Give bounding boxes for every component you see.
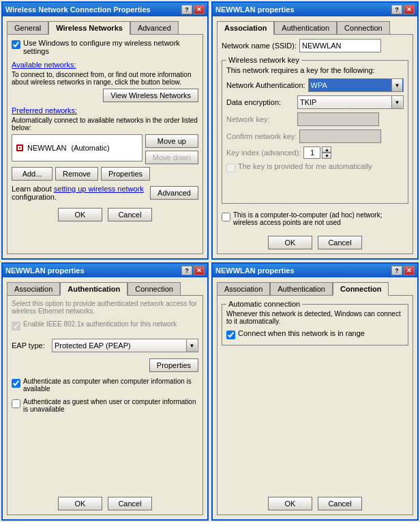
tab-assoc-auth[interactable]: Association	[7, 282, 60, 296]
group-title: Wireless network key	[226, 56, 301, 64]
tab-assoc-conn[interactable]: Association	[217, 282, 270, 296]
tab-auth-active[interactable]: Authentication	[60, 282, 127, 296]
remove-btn[interactable]: Remove	[55, 167, 98, 181]
ok-btn-conn[interactable]: OK	[268, 497, 312, 510]
help-btn-assoc[interactable]: ?	[391, 5, 402, 14]
help-btn-conn[interactable]: ?	[391, 266, 402, 275]
enc-select-wrap: TKIP ▼	[297, 95, 404, 109]
auth-computer-row: Authenticate as computer when computer i…	[12, 378, 198, 393]
tab-content-conn: Automatic connection Whenever this netwo…	[217, 295, 413, 515]
adhoc-label: This is a computer-to-computer (ad hoc) …	[233, 211, 408, 226]
ok-btn-net[interactable]: OK	[58, 208, 102, 221]
index-label: Key index (advanced):	[226, 149, 301, 157]
titlebar-assoc: NEWWLAN properties ? ✕	[213, 3, 417, 16]
index-row: Key index (advanced): ▲ ▼	[226, 147, 404, 159]
tab-bar-conn: Association Authentication Connection	[217, 281, 413, 295]
help-btn-auth[interactable]: ?	[181, 266, 192, 275]
key-input	[297, 112, 379, 126]
title-conn: NEWWLAN properties	[215, 266, 295, 275]
learn-link[interactable]: setting up wireless network	[54, 185, 144, 193]
preferred-section-label: Preferred networks:	[12, 106, 198, 114]
titlebar-conn: NEWWLAN properties ? ✕	[213, 264, 417, 277]
enc-select[interactable]: TKIP	[297, 95, 404, 109]
bottom-btns-conn: OK Cancel	[222, 494, 408, 510]
use-windows-row: Use Windows to configure my wireless net…	[12, 39, 198, 55]
eap-select-wrap: Protected EAP (PEAP) ▼	[52, 339, 198, 352]
auto-key-label: The key is provided for me automatically	[238, 162, 372, 170]
help-button[interactable]: ?	[181, 5, 192, 14]
connect-range-checkbox[interactable]	[226, 331, 235, 339]
tab-auth-conn[interactable]: Authentication	[270, 282, 333, 296]
wep-group: Wireless network key This network requir…	[222, 60, 408, 204]
eap-select[interactable]: Protected EAP (PEAP)	[52, 339, 198, 352]
tab-advanced[interactable]: Advanced	[130, 21, 179, 35]
bottom-btns-auth: OK Cancel	[12, 494, 198, 510]
index-spinner: ▲ ▼	[303, 147, 331, 159]
move-up-btn[interactable]: Move up	[145, 134, 198, 148]
auth-select-wrap: WPA ▼	[308, 78, 404, 92]
confirm-label: Confirm network key:	[226, 132, 297, 140]
win-content: General Wireless Networks Advanced Use W…	[3, 16, 207, 258]
enc-row: Data encryption: TKIP ▼	[226, 95, 404, 109]
add-btn[interactable]: Add...	[12, 167, 52, 181]
eap-properties-btn[interactable]: Properties	[149, 358, 198, 372]
available-desc: To connect to, disconnect from, or find …	[12, 71, 198, 86]
cancel-btn-auth[interactable]: Cancel	[108, 497, 152, 510]
title-network: Wireless Network Connection Properties	[5, 5, 151, 14]
auto-group-content: Whenever this network is detected, Windo…	[226, 310, 404, 339]
view-wireless-btn[interactable]: View Wireless Networks	[103, 89, 198, 102]
titlebar-btns: ? ✕	[181, 5, 205, 14]
close-btn-assoc[interactable]: ✕	[404, 5, 415, 14]
adhoc-checkbox[interactable]	[222, 213, 230, 221]
svg-rect-2	[19, 147, 20, 149]
auth-computer-checkbox[interactable]	[12, 379, 20, 388]
tab-wireless[interactable]: Wireless Networks	[48, 21, 130, 35]
win-newwlan-conn: NEWWLAN properties ? ✕ Association Authe…	[211, 262, 419, 521]
content-assoc: Association Authentication Connection Ne…	[213, 16, 417, 258]
advanced-btn[interactable]: Advanced	[150, 186, 198, 200]
ssid-input[interactable]	[299, 39, 381, 52]
cancel-btn-net[interactable]: Cancel	[108, 208, 152, 221]
spinner-down: ▼	[322, 153, 331, 159]
tab-conn-auth[interactable]: Connection	[127, 282, 181, 296]
win-newwlan-auth: NEWWLAN properties ? ✕ Association Authe…	[1, 262, 209, 521]
cancel-btn-conn[interactable]: Cancel	[318, 497, 362, 510]
content-auth: Association Authentication Connection Se…	[3, 277, 207, 519]
auto-conn-group: Automatic connection Whenever this netwo…	[222, 304, 408, 346]
titlebar-auth: NEWWLAN properties ? ✕	[3, 264, 207, 277]
key-row: Network key:	[226, 112, 404, 126]
auth-desc: Select this option to provide authentica…	[12, 300, 198, 315]
bottom-btns-net: OK Cancel	[12, 205, 198, 221]
close-btn-conn[interactable]: ✕	[404, 266, 415, 275]
cancel-btn-assoc[interactable]: Cancel	[318, 236, 362, 249]
network-name: NEWWLAN	[27, 144, 66, 152]
tab-bar-auth: Association Authentication Connection	[7, 281, 203, 295]
close-button[interactable]: ✕	[194, 5, 205, 14]
content-conn: Association Authentication Connection Au…	[213, 277, 417, 519]
titlebar-network: Wireless Network Connection Properties ?…	[3, 3, 207, 16]
use-windows-checkbox[interactable]	[12, 40, 20, 49]
learn-text: Learn about setting up wireless network …	[12, 185, 144, 201]
tab-content-assoc: Network name (SSID): Wireless network ke…	[217, 34, 413, 254]
tab-assoc[interactable]: Association	[217, 21, 274, 35]
network-list: NEWWLAN (Automatic)	[12, 134, 142, 162]
auth-guest-checkbox[interactable]	[12, 399, 20, 408]
properties-btn-net[interactable]: Properties	[101, 167, 150, 181]
tab-conn-active[interactable]: Connection	[333, 282, 389, 296]
tab-conn[interactable]: Connection	[337, 21, 390, 35]
enable-ieee-checkbox	[12, 322, 20, 331]
group-desc: This network requires a key for the foll…	[226, 66, 404, 74]
enc-label: Data encryption:	[226, 98, 295, 106]
ok-btn-assoc[interactable]: OK	[268, 236, 312, 249]
eap-label: EAP type:	[12, 341, 49, 350]
tab-auth[interactable]: Authentication	[274, 21, 337, 35]
index-input	[303, 147, 320, 159]
three-btn-row: Add... Remove Properties	[12, 167, 198, 181]
auth-select[interactable]: WPA	[308, 78, 404, 92]
group-content: This network requires a key for the foll…	[226, 66, 404, 172]
tab-general[interactable]: General	[7, 21, 48, 35]
win-newwlan-assoc: NEWWLAN properties ? ✕ Association Authe…	[211, 1, 419, 260]
move-down-btn[interactable]: Move down	[145, 151, 198, 164]
close-btn-auth[interactable]: ✕	[194, 266, 205, 275]
ok-btn-auth[interactable]: OK	[58, 497, 102, 510]
